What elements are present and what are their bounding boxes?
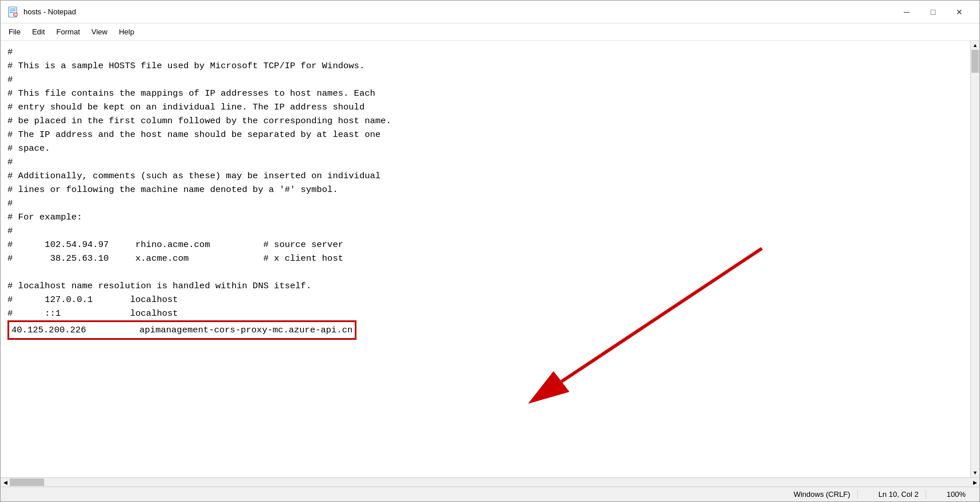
window-title: hosts - Notepad <box>23 7 893 16</box>
menubar: File Edit Format View Help <box>1 23 979 41</box>
titlebar: hosts - Notepad ─ □ ✕ <box>1 1 979 23</box>
scroll-up-button[interactable]: ▲ <box>971 41 980 50</box>
scroll-track-v[interactable] <box>971 50 979 468</box>
minimize-button[interactable]: ─ <box>893 1 920 23</box>
vertical-scrollbar[interactable]: ▲ ▼ <box>970 41 979 477</box>
editor-text[interactable]: # # This is a sample HOSTS file used by … <box>1 41 970 477</box>
scroll-right-button[interactable]: ▶ <box>970 478 979 487</box>
maximize-button[interactable]: □ <box>920 1 946 23</box>
svg-rect-1 <box>10 9 15 9</box>
scroll-thumb-h[interactable] <box>10 479 44 486</box>
cursor-position-status: Ln 10, Col 2 <box>872 490 926 499</box>
svg-rect-2 <box>10 10 15 11</box>
horizontal-scrollbar[interactable]: ◀ ▶ <box>1 477 979 487</box>
menu-file[interactable]: File <box>3 25 26 38</box>
scroll-thumb-v[interactable] <box>971 50 979 73</box>
statusbar: Windows (CRLF) Ln 10, Col 2 100% <box>1 487 979 501</box>
scroll-left-button[interactable]: ◀ <box>1 478 10 487</box>
scroll-track-h[interactable] <box>10 478 970 487</box>
line-ending-status: Windows (CRLF) <box>787 490 858 499</box>
scroll-down-button[interactable]: ▼ <box>971 468 980 477</box>
zoom-status: 100% <box>940 490 973 499</box>
window-controls: ─ □ ✕ <box>893 1 973 23</box>
editor-container: # # This is a sample HOSTS file used by … <box>1 41 979 477</box>
svg-rect-3 <box>10 12 14 13</box>
menu-help[interactable]: Help <box>113 25 140 38</box>
highlighted-entry: 40.125.200.226 apimanagement-cors-proxy-… <box>7 320 356 340</box>
close-button[interactable]: ✕ <box>946 1 973 23</box>
svg-rect-4 <box>14 13 17 16</box>
menu-format[interactable]: Format <box>50 25 85 38</box>
editor-scroll[interactable]: # # This is a sample HOSTS file used by … <box>1 41 970 477</box>
menu-view[interactable]: View <box>86 25 113 38</box>
main-window: hosts - Notepad ─ □ ✕ File Edit Format V… <box>0 0 980 502</box>
app-icon <box>7 6 19 18</box>
menu-edit[interactable]: Edit <box>26 25 50 38</box>
